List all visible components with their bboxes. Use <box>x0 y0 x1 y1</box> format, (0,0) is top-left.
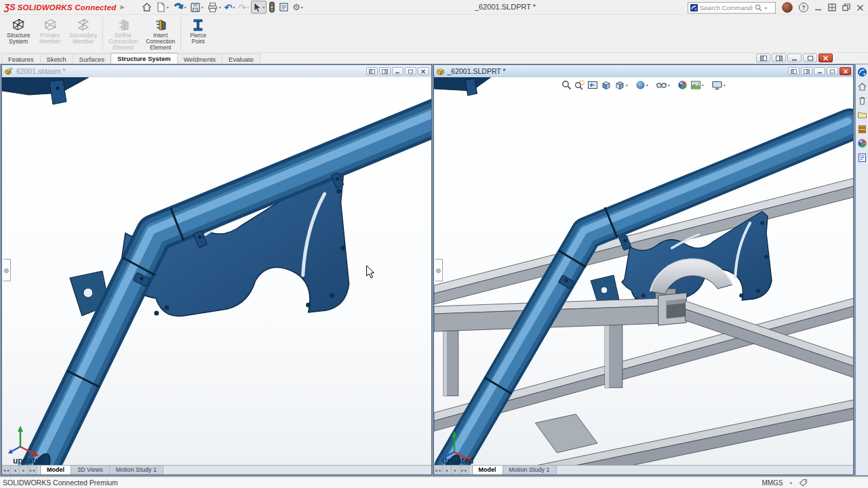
tab-3d-views[interactable]: 3D Views <box>71 466 110 474</box>
home-button[interactable] <box>140 1 154 14</box>
part-window-titlebar[interactable]: _62001.SLDPRT * <box>434 65 854 77</box>
close-icon[interactable] <box>840 67 851 75</box>
primary-member-icon <box>43 18 58 33</box>
tab-motion-study-1[interactable]: Motion Study 1 <box>110 466 163 474</box>
minimize-document-button[interactable] <box>787 54 802 62</box>
search-icon[interactable] <box>755 4 762 12</box>
part-graphics-area[interactable]: updated ▾ ▾ ▾ ▾ ▾ <box>434 77 854 465</box>
tab-sketch[interactable]: Sketch <box>40 54 73 64</box>
restore-icon[interactable] <box>405 67 416 75</box>
units-selector[interactable]: MMGS <box>762 479 783 487</box>
units-dropdown-icon[interactable]: ▴ <box>789 480 792 485</box>
tab-surfaces[interactable]: Surfaces <box>73 54 112 64</box>
tab-motion-study-1[interactable]: Motion Study 1 <box>503 466 557 474</box>
new-document-button[interactable]: ▾ <box>155 1 170 14</box>
corner-member[interactable] <box>2 77 89 104</box>
hide-show-items-button[interactable]: ▾ <box>655 79 671 91</box>
next-tab-button[interactable]: ► <box>20 466 28 474</box>
edit-appearance-button[interactable] <box>677 79 688 91</box>
feature-manager-collapsed-handle[interactable] <box>435 259 443 281</box>
redo-button[interactable]: ↷▾ <box>237 1 250 14</box>
tile-right-icon[interactable] <box>801 67 812 75</box>
select-tool-button[interactable]: ▾ <box>251 1 267 14</box>
app-restore-button[interactable] <box>842 3 850 12</box>
menu-expand-icon[interactable]: ▶ <box>120 4 124 10</box>
tab-weldments[interactable]: Weldments <box>177 54 222 64</box>
tile-right-button[interactable] <box>772 54 786 62</box>
save-button[interactable]: ▾ <box>189 1 205 14</box>
custom-properties-button[interactable] <box>856 152 867 163</box>
last-tab-button[interactable]: ►► <box>28 466 37 474</box>
tab-features[interactable]: Features <box>1 54 41 64</box>
tile-left-icon[interactable] <box>788 67 800 75</box>
print-button[interactable]: ▾ <box>205 1 222 14</box>
minimize-icon[interactable] <box>814 67 825 75</box>
display-style-button[interactable]: ▾ <box>635 79 649 91</box>
document-window-part: _62001.SLDPRT * <box>433 64 854 475</box>
assembly-graphics-area[interactable]: updated <box>2 77 431 465</box>
trash-button[interactable] <box>856 95 867 106</box>
last-tab-button[interactable]: ►► <box>460 466 469 474</box>
restore-icon <box>842 3 850 12</box>
search-input[interactable] <box>700 4 753 12</box>
frame-brace[interactable] <box>535 414 597 453</box>
assembly-window-titlebar[interactable]: 62001.sldasm * <box>2 65 431 77</box>
help-button[interactable]: ? <box>799 3 808 12</box>
tile-right-icon[interactable] <box>379 67 391 75</box>
3dexperience-button[interactable] <box>856 66 867 77</box>
search-commands-box[interactable]: ▾ <box>688 2 776 14</box>
tile-left-button[interactable] <box>756 54 770 62</box>
structure-system-button[interactable]: Structure System <box>3 15 35 52</box>
restore-document-button[interactable] <box>803 54 817 62</box>
appearances-icon <box>857 138 867 148</box>
undo-button[interactable]: ↶▾ <box>223 1 237 14</box>
tab-model[interactable]: Model <box>472 466 503 474</box>
open-button[interactable]: ▾ <box>171 1 188 14</box>
tab-evaluate[interactable]: Evaluate <box>222 54 260 64</box>
first-tab-button[interactable]: ◄◄ <box>434 466 443 474</box>
prev-tab-button[interactable]: ◄ <box>443 466 452 474</box>
view-orientation-button[interactable]: ▾ <box>614 79 629 91</box>
minimize-icon[interactable] <box>392 67 403 75</box>
file-properties-button[interactable] <box>277 1 290 14</box>
hide-show-items-icon <box>656 80 667 90</box>
assembly-3d-model[interactable]: updated <box>2 77 431 465</box>
corner-member[interactable] <box>434 77 491 96</box>
next-tab-button[interactable]: ► <box>452 466 460 474</box>
app-close-button[interactable] <box>856 4 864 12</box>
section-view-button[interactable] <box>600 79 612 91</box>
search-dropdown-icon[interactable]: ▾ <box>765 5 767 10</box>
rebuild-button[interactable] <box>267 1 277 14</box>
app-tile-windows-button[interactable] <box>828 3 836 12</box>
restore-icon[interactable] <box>827 67 838 75</box>
redo-icon: ↷ <box>238 3 246 12</box>
options-button[interactable]: ⚙▾ <box>291 1 304 14</box>
pierce-point-button[interactable]: Pierce Point <box>182 15 214 52</box>
design-library-button[interactable] <box>856 123 867 134</box>
user-avatar[interactable] <box>782 2 793 13</box>
zoom-to-area-button[interactable] <box>574 79 585 91</box>
tab-bar-filler <box>557 466 853 474</box>
app-minimize-button[interactable] <box>814 4 822 12</box>
close-icon[interactable] <box>418 67 429 75</box>
first-tab-button[interactable]: ◄◄ <box>2 466 11 474</box>
tab-model[interactable]: Model <box>40 466 71 474</box>
view-settings-button[interactable]: ▾ <box>711 79 726 91</box>
part-3d-model[interactable]: updated <box>434 77 854 465</box>
insert-connection-element-button[interactable]: Insert Connection Element <box>142 15 179 52</box>
apply-scene-button[interactable]: ▾ <box>690 79 705 91</box>
home-tab-button[interactable] <box>856 81 867 92</box>
tile-left-icon[interactable] <box>366 67 378 75</box>
previous-view-button[interactable] <box>587 79 599 91</box>
tags-icon[interactable] <box>799 479 808 487</box>
define-connection-element-icon <box>116 18 131 33</box>
tab-structure-system[interactable]: Structure System <box>111 53 178 64</box>
feature-manager-collapsed-handle[interactable] <box>3 259 11 281</box>
open-icon <box>172 1 184 13</box>
file-explorer-button[interactable] <box>856 109 867 120</box>
prev-tab-button[interactable]: ◄ <box>11 466 20 474</box>
close-document-button[interactable] <box>818 54 833 62</box>
appearances-button[interactable] <box>856 138 867 148</box>
zoom-to-fit-button[interactable] <box>561 79 572 91</box>
edit-appearance-icon <box>677 80 688 90</box>
